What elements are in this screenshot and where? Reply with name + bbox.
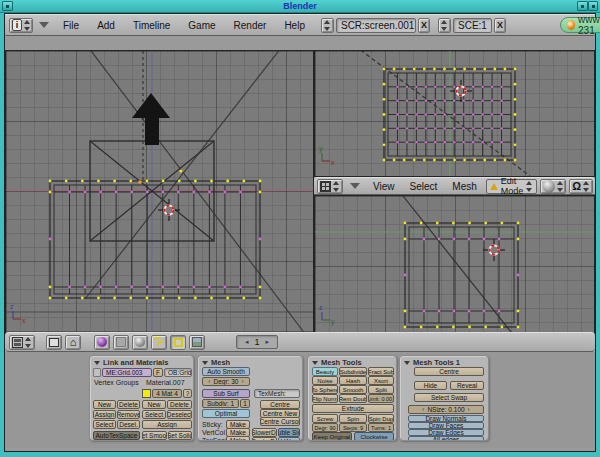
panel-mesh-tools-1[interactable]: Mesh Tools 1 Centre Hide Reveal Select S… <box>399 355 489 441</box>
auto-smooth-toggle[interactable]: Auto Smooth <box>202 367 250 376</box>
faster-draw-button[interactable]: FasterDr <box>252 437 277 441</box>
texface-make-button[interactable]: Make <box>226 436 250 441</box>
select-menu[interactable]: Select <box>404 181 444 192</box>
flip-normals-button[interactable]: Flip Norm <box>312 394 338 403</box>
menu-game[interactable]: Game <box>180 20 223 31</box>
object-name-field[interactable]: OB:Grid <box>164 368 192 377</box>
subsurf-toggle[interactable]: Sub Surf <box>202 389 250 398</box>
scene-browse-button[interactable] <box>438 18 451 33</box>
viewport-canvas-side[interactable]: zy <box>314 195 595 336</box>
window-type-button[interactable] <box>9 335 35 350</box>
split-button[interactable]: Split <box>368 385 394 394</box>
menu-timeline[interactable]: Timeline <box>125 20 178 31</box>
draw-faces-toggle[interactable]: Draw Faces <box>408 422 484 429</box>
select-swap-button[interactable]: Select Swap <box>414 393 484 402</box>
viewport-type-button[interactable] <box>317 179 343 194</box>
close-window-button[interactable] <box>588 1 598 11</box>
object-context-button[interactable] <box>151 335 167 350</box>
reveal-button[interactable]: Reveal <box>450 381 484 390</box>
texmesh-field[interactable]: TexMesh: <box>254 389 300 398</box>
limit-field[interactable]: Limit: 0.001 <box>368 394 394 403</box>
mesh-name-field[interactable]: ME:Grid.003 <box>102 368 152 377</box>
vgroup-assign-button[interactable]: Assign <box>93 410 116 419</box>
centre-button[interactable]: Centre <box>260 400 300 409</box>
panel-mesh[interactable]: Mesh Auto Smooth Degr: 30 Sub Surf Subdi… <box>197 355 303 441</box>
view-menu[interactable]: View <box>367 181 401 192</box>
minimize-button[interactable] <box>577 1 588 11</box>
vgroup-delete-button[interactable]: Delete <box>117 400 140 409</box>
scene-delete-button[interactable]: X <box>494 18 506 33</box>
xsort-button[interactable]: Xsort <box>368 376 394 385</box>
nsize-field[interactable]: NSize: 0.100 <box>408 405 484 414</box>
optimal-toggle[interactable]: Optimal <box>202 409 250 418</box>
material-deselect-button[interactable]: Deselect <box>167 410 192 419</box>
material-color-swatch[interactable] <box>142 389 151 398</box>
rem-doubles-button[interactable]: Rem Doub <box>339 394 367 403</box>
vgroup-new-button[interactable]: New <box>93 400 116 409</box>
turns-field[interactable]: Turns: 1 <box>368 423 394 432</box>
hash-button[interactable]: Hash <box>339 376 367 385</box>
menu-file[interactable]: File <box>55 20 87 31</box>
screw-button[interactable]: Screw <box>312 414 338 423</box>
no-vnormal-flip-toggle[interactable]: No V.Normal <box>278 437 300 441</box>
steps-field[interactable]: Steps: 9 <box>339 423 367 432</box>
menu-collapse-icon[interactable] <box>39 22 49 28</box>
scene-context-button[interactable] <box>189 335 205 350</box>
editing-context-button[interactable] <box>170 335 186 350</box>
panel-collapse-icon[interactable] <box>404 361 410 365</box>
window-type-button[interactable] <box>9 18 33 33</box>
menu-help[interactable]: Help <box>276 20 313 31</box>
panel-link-and-materials[interactable]: Link and Materials ME:Grid.003 F OB:Grid… <box>89 355 194 441</box>
screen-delete-button[interactable]: X <box>418 18 430 33</box>
shading-context-button[interactable] <box>132 335 148 350</box>
set-smooth-button[interactable]: Set Smooth <box>142 431 167 440</box>
mode-dropdown[interactable]: Edit Mode <box>486 179 538 194</box>
menu-add[interactable]: Add <box>89 20 123 31</box>
clockwise-toggle[interactable]: Clockwise <box>354 432 394 441</box>
all-edges-toggle[interactable]: All edges <box>408 436 484 441</box>
menu-collapse-icon[interactable] <box>350 183 360 189</box>
script-context-button[interactable] <box>113 335 129 350</box>
keep-original-toggle[interactable]: Keep Original <box>312 432 352 441</box>
double-sided-toggle[interactable]: Double Sided <box>278 428 300 437</box>
material-index-stepper[interactable]: 4 Mat 4 <box>152 389 182 398</box>
vgroup-deselect-button[interactable]: Desel. <box>117 420 140 429</box>
viewport-canvas-front[interactable]: zx <box>5 50 314 336</box>
scene-name-field[interactable]: SCE:1 <box>453 18 492 33</box>
set-solid-button[interactable]: Set Solid <box>168 431 192 440</box>
spin-dup-button[interactable]: Spin Dup <box>368 414 394 423</box>
degr-field[interactable]: Degr: 30 <box>202 377 250 386</box>
panel-mesh-tools[interactable]: Mesh Tools Beauty Subdivide Fract Sub No… <box>307 355 397 441</box>
autotexspace-toggle[interactable]: AutoTexSpace <box>93 431 140 440</box>
material-select-button[interactable]: Select <box>142 410 166 419</box>
beauty-toggle[interactable]: Beauty <box>312 367 338 376</box>
to-sphere-button[interactable]: To Sphere <box>312 385 338 394</box>
material-assign-button[interactable]: Assign <box>142 420 192 429</box>
pivot-dropdown[interactable] <box>569 179 593 194</box>
mesh-browse-button[interactable] <box>93 368 101 377</box>
vgroup-remove-button[interactable]: Remove <box>117 410 140 419</box>
logic-context-button[interactable] <box>94 335 110 350</box>
mesh-menu[interactable]: Mesh <box>446 181 482 192</box>
draw-mode-dropdown[interactable] <box>540 179 566 194</box>
panel-collapse-icon[interactable] <box>202 361 208 365</box>
noise-button[interactable]: Noise <box>312 376 338 385</box>
panel-collapse-icon[interactable] <box>94 361 100 365</box>
frame-counter[interactable]: 1 <box>236 335 278 349</box>
fake-user-button[interactable]: F <box>153 368 163 377</box>
home-button[interactable] <box>65 335 81 350</box>
panel-align-button[interactable] <box>46 335 62 350</box>
viewport-canvas-top[interactable]: yx <box>314 50 595 177</box>
screen-name-field[interactable]: SCR:screen.001 <box>336 18 416 33</box>
fract-sub-button[interactable]: Fract Sub <box>368 367 394 376</box>
degr90-field[interactable]: Degr: 90 <box>312 423 338 432</box>
vgroup-select-button[interactable]: Select <box>93 420 116 429</box>
hide-button[interactable]: Hide <box>414 381 447 390</box>
draw-edges-toggle[interactable]: Draw Edges <box>408 429 484 436</box>
draw-normals-toggle[interactable]: Draw Normals <box>408 415 484 422</box>
material-delete-button[interactable]: Delete <box>167 400 192 409</box>
subdivide-button[interactable]: Subdivide <box>339 367 367 376</box>
panel-collapse-icon[interactable] <box>312 361 318 365</box>
smooth-button[interactable]: Smooth <box>339 385 367 394</box>
slower-draw-button[interactable]: SlowerDr <box>252 428 277 437</box>
